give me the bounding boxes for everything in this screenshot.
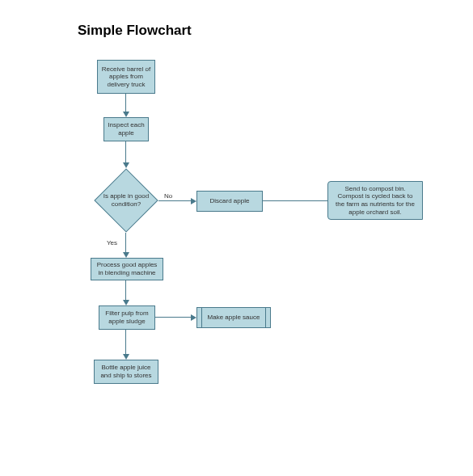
arrow xyxy=(158,200,191,201)
node-process-text: Process good apples in blending machine xyxy=(95,261,159,276)
node-compost-text: Send to compost bin. Compost is cycled b… xyxy=(333,185,417,216)
label-no: No xyxy=(164,192,172,200)
arrow xyxy=(125,330,126,354)
arrow-head-icon xyxy=(191,198,196,204)
node-compost: Send to compost bin. Compost is cycled b… xyxy=(327,181,423,220)
arrow-head-icon xyxy=(191,314,196,321)
node-decision: Is apple in good condition? xyxy=(94,168,158,233)
node-receive-text: Receive barrel of apples from delivery t… xyxy=(101,65,151,89)
node-bottle-text: Bottle apple juice and ship to stores xyxy=(98,364,154,379)
arrow-head-icon xyxy=(123,252,129,258)
node-bottle: Bottle apple juice and ship to stores xyxy=(94,360,158,384)
arrow xyxy=(125,233,126,252)
arrow-head-icon xyxy=(123,162,129,168)
arrow-head-icon xyxy=(123,112,129,117)
arrow-head-icon xyxy=(123,300,129,305)
node-sauce: Make apple sauce xyxy=(196,307,271,328)
arrow-head-icon xyxy=(123,354,129,360)
node-receive: Receive barrel of apples from delivery t… xyxy=(97,60,155,94)
node-filter: Filter pulp from apple sludge xyxy=(99,305,155,330)
connector xyxy=(263,200,327,201)
node-sauce-text: Make apple sauce xyxy=(208,314,260,322)
node-inspect-text: Inspect each apple xyxy=(108,121,145,137)
node-discard: Discard apple xyxy=(196,191,263,212)
node-filter-text: Filter pulp from apple sludge xyxy=(103,310,151,325)
arrow xyxy=(125,280,126,300)
arrow xyxy=(125,94,126,112)
node-process: Process good apples in blending machine xyxy=(91,258,163,280)
node-discard-text: Discard apple xyxy=(210,197,250,205)
node-decision-text: Is apple in good condition? xyxy=(94,192,158,208)
label-yes: Yes xyxy=(107,239,117,246)
chart-title: Simple Flowchart xyxy=(78,23,192,39)
arrow xyxy=(125,141,126,162)
node-inspect: Inspect each apple xyxy=(103,117,149,141)
arrow xyxy=(155,317,191,318)
